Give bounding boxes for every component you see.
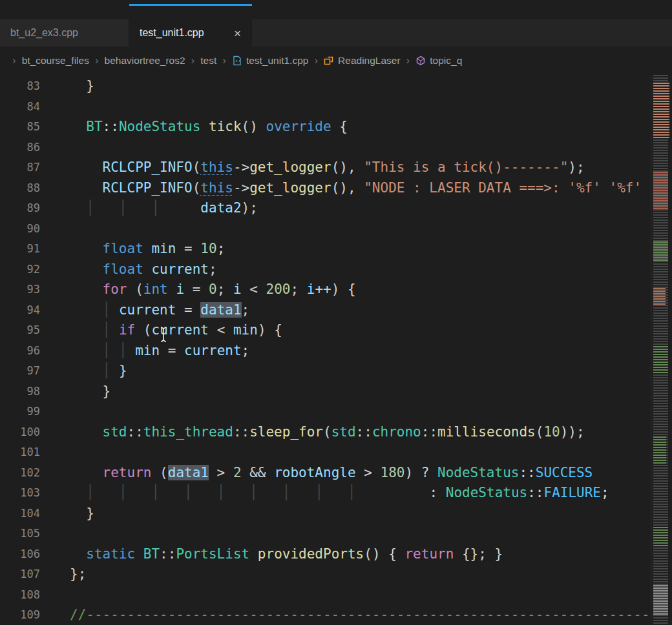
chevron-right-icon: › bbox=[222, 54, 226, 67]
tab-bar: bt_u2_ex3.cpp test_unit1.cpp × bbox=[0, 19, 672, 46]
code-text: BT::NodeStatus tick() override { bbox=[40, 117, 348, 138]
line-number[interactable]: 96 bbox=[0, 341, 40, 362]
code-line[interactable]: 105 bbox=[0, 524, 651, 544]
line-number[interactable]: 91 bbox=[0, 239, 40, 260]
line-number[interactable]: 86 bbox=[0, 138, 40, 158]
breadcrumb-item-topic[interactable]: topic_q bbox=[430, 55, 462, 67]
code-text bbox=[40, 585, 70, 606]
breadcrumb-item-behaviortree-ros2[interactable]: behaviortree_ros2 bbox=[105, 55, 185, 67]
code-line[interactable]: 101 bbox=[0, 442, 651, 463]
code-line[interactable]: 106 static BT::PortsList providedPorts()… bbox=[0, 544, 651, 565]
code-line[interactable]: 94 │ current = data1; bbox=[0, 300, 651, 321]
line-number[interactable]: 104 bbox=[0, 504, 40, 524]
line-number[interactable]: 101 bbox=[0, 442, 40, 463]
line-number[interactable]: 85 bbox=[0, 117, 40, 138]
active-tab-top-border bbox=[129, 4, 252, 6]
code-line[interactable]: 90 bbox=[0, 219, 651, 240]
code-line[interactable]: 107}; bbox=[0, 564, 651, 585]
tab-label: test_unit1.cpp bbox=[140, 27, 204, 39]
code-line[interactable]: 91 float min = 10; bbox=[0, 239, 651, 260]
code-text: for (int i = 0; i < 200; i++) { bbox=[40, 280, 356, 300]
chevron-right-icon: › bbox=[406, 54, 410, 67]
code-text bbox=[40, 97, 70, 118]
code-line[interactable]: 83 } bbox=[0, 76, 651, 97]
line-number[interactable]: 108 bbox=[0, 585, 40, 606]
minimap-string-block bbox=[653, 83, 669, 139]
close-icon[interactable]: × bbox=[234, 27, 241, 39]
code-line[interactable]: 96 │ │ min = current; bbox=[0, 341, 651, 362]
breadcrumb-item-bt-course-files[interactable]: bt_course_files bbox=[22, 55, 89, 67]
line-number[interactable]: 83 bbox=[0, 76, 40, 97]
line-number[interactable]: 97 bbox=[0, 361, 40, 382]
minimap[interactable] bbox=[651, 75, 672, 625]
line-number[interactable]: 99 bbox=[0, 402, 40, 422]
code-line[interactable]: 98 } bbox=[0, 382, 651, 402]
breadcrumb-item-test[interactable]: test bbox=[200, 55, 216, 67]
tab-label: bt_u2_ex3.cpp bbox=[10, 27, 78, 39]
code-line[interactable]: 89 │ │ │ data2); bbox=[0, 198, 651, 219]
code-line[interactable]: 87 RCLCPP_INFO(this->get_logger(), "This… bbox=[0, 158, 651, 178]
code-text: RCLCPP_INFO(this->get_logger(), "This is… bbox=[40, 158, 585, 178]
tab-test-unit1[interactable]: test_unit1.cpp × bbox=[129, 19, 252, 46]
line-number[interactable]: 100 bbox=[0, 422, 40, 443]
line-number[interactable]: 109 bbox=[0, 605, 40, 625]
code-text: │ │ │ data2); bbox=[40, 198, 258, 219]
code-line[interactable]: 85 BT::NodeStatus tick() override { bbox=[0, 117, 651, 138]
code-text: static BT::PortsList providedPorts() { r… bbox=[40, 544, 503, 565]
code-line[interactable]: 92 float current; bbox=[0, 260, 651, 280]
code-text bbox=[40, 442, 70, 463]
minimap-comment-block bbox=[653, 346, 668, 373]
symbol-method-icon bbox=[415, 56, 426, 66]
code-line[interactable]: 103 │ │ │ │ │ │ │ │ │ : NodeStatus::FAIL… bbox=[0, 483, 651, 504]
code-line[interactable]: 104 } bbox=[0, 504, 651, 524]
code-editor[interactable]: 83 }8485 BT::NodeStatus tick() override … bbox=[0, 75, 651, 625]
breadcrumb: › bt_course_files › behaviortree_ros2 › … bbox=[0, 46, 672, 75]
line-number[interactable]: 90 bbox=[0, 219, 40, 240]
line-number[interactable]: 93 bbox=[0, 280, 40, 300]
breadcrumb-item-test-unit1-cpp[interactable]: test_unit1.cpp bbox=[246, 55, 309, 67]
minimap-bright-block bbox=[653, 585, 668, 615]
code-text: │ │ │ │ │ │ │ │ │ : NodeStatus::FAILURE; bbox=[40, 483, 609, 504]
minimap-comment-block bbox=[653, 527, 668, 546]
code-line[interactable]: 100 std::this_thread::sleep_for(std::chr… bbox=[0, 422, 651, 443]
code-line[interactable]: 108 bbox=[0, 585, 651, 606]
code-text bbox=[40, 524, 70, 544]
line-number[interactable]: 107 bbox=[0, 564, 40, 585]
line-number[interactable]: 89 bbox=[0, 198, 40, 219]
code-line[interactable]: 84 bbox=[0, 97, 651, 118]
code-line[interactable]: 88 RCLCPP_INFO(this->get_logger(), "NODE… bbox=[0, 178, 651, 199]
line-number[interactable]: 98 bbox=[0, 382, 40, 402]
editor-area: 83 }8485 BT::NodeStatus tick() override … bbox=[0, 75, 672, 625]
chevron-right-icon: › bbox=[314, 54, 318, 67]
breadcrumb-item-readinglaser[interactable]: ReadingLaser bbox=[338, 55, 401, 67]
cpp-file-icon bbox=[232, 56, 242, 66]
code-text bbox=[40, 402, 70, 422]
code-line[interactable]: 86 bbox=[0, 138, 651, 158]
line-number[interactable]: 88 bbox=[0, 178, 40, 199]
line-number[interactable]: 92 bbox=[0, 260, 40, 280]
tab-bt-u2-ex3[interactable]: bt_u2_ex3.cpp bbox=[0, 19, 129, 46]
chevron-right-icon: › bbox=[95, 54, 99, 67]
line-number[interactable]: 106 bbox=[0, 544, 40, 565]
code-line[interactable]: 99 bbox=[0, 402, 651, 422]
minimap-comment-block bbox=[653, 436, 666, 465]
code-text: //--------------------------------------… bbox=[40, 605, 651, 625]
chevron-right-icon: › bbox=[191, 54, 195, 67]
title-strip bbox=[0, 0, 672, 19]
code-line[interactable]: 109//-----------------------------------… bbox=[0, 605, 651, 625]
line-number[interactable]: 103 bbox=[0, 483, 40, 504]
line-number[interactable]: 95 bbox=[0, 320, 40, 341]
line-number[interactable]: 84 bbox=[0, 97, 40, 118]
code-text: }; bbox=[40, 564, 86, 585]
code-lines: 83 }8485 BT::NodeStatus tick() override … bbox=[0, 76, 651, 625]
code-line[interactable]: 97 │ } bbox=[0, 361, 651, 382]
line-number[interactable]: 87 bbox=[0, 158, 40, 178]
line-number[interactable]: 105 bbox=[0, 524, 40, 544]
minimap-string-block bbox=[653, 172, 668, 209]
code-line[interactable]: 95 │ if (current < min) { bbox=[0, 320, 651, 341]
code-line[interactable]: 93 for (int i = 0; i < 200; i++) { bbox=[0, 280, 651, 300]
line-number[interactable]: 102 bbox=[0, 463, 40, 484]
line-number[interactable]: 94 bbox=[0, 300, 40, 321]
code-line[interactable]: 102 return (data1 > 2 && robotAngle > 18… bbox=[0, 463, 651, 484]
code-text bbox=[40, 138, 70, 158]
